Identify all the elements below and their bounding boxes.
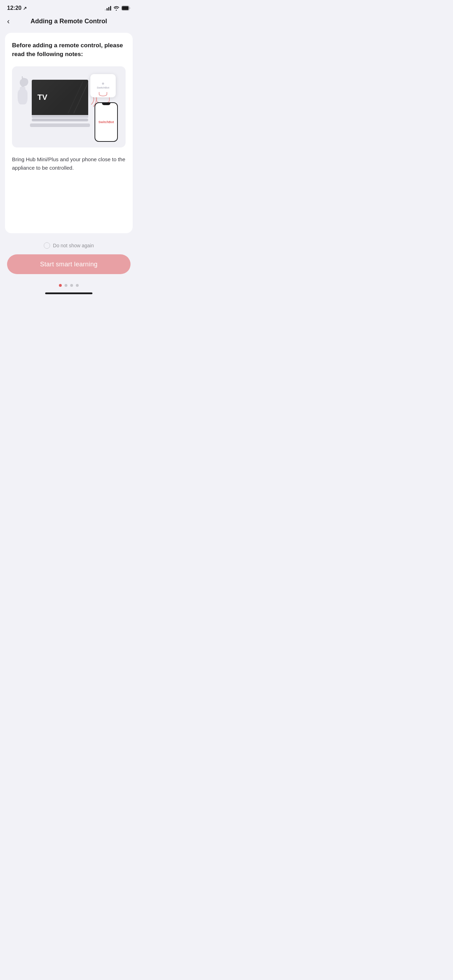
time-label: 12:20 [7,5,22,11]
dot-4[interactable] [76,284,79,287]
signal-bars [105,6,111,11]
card-description: Bring Hub Mini/Plus and your phone close… [12,155,126,172]
do-not-show-label: Do not show again [53,243,94,248]
home-bar [45,293,92,294]
status-time: 12:20 ↗ [7,5,27,11]
illustration: TV SwitchBot [12,66,126,148]
dot-3[interactable] [70,284,73,287]
hub-mini-illustration: SwitchBot [90,74,116,97]
nav-bar: ‹ Adding a Remote Control [0,14,138,29]
bottom-area: Do not show again Start smart learning [0,237,138,281]
tv-label: TV [37,93,47,102]
page-title: Adding a Remote Control [31,18,107,25]
vase-decoration [17,76,28,104]
hub-dot [102,83,104,85]
signal-bar-1 [105,9,106,11]
phone-brand-label: SwitchBot [99,120,114,124]
signal-bar-2 [106,8,108,11]
dot-2[interactable] [65,284,67,287]
start-smart-learning-button[interactable]: Start smart learning [7,255,130,274]
card-header: Before adding a remote control, please r… [12,41,126,59]
do-not-show-radio[interactable] [44,242,50,249]
battery-icon [121,6,130,11]
signal-bar-3 [108,7,110,11]
do-not-show-row[interactable]: Do not show again [44,242,94,249]
tv-illustration: TV [32,80,90,127]
dot-1[interactable] [59,284,62,287]
phone-illustration: SwitchBot [95,102,118,142]
svg-rect-1 [122,6,129,10]
navigation-icon: ↗ [23,6,27,11]
signal-bar-4 [110,6,111,11]
back-button[interactable]: ‹ [7,17,10,26]
dots-indicator [0,281,138,293]
status-bar: 12:20 ↗ [0,0,138,14]
wifi-icon [113,6,119,11]
phone-notch [102,103,110,105]
hub-brand-label: SwitchBot [97,86,110,89]
home-indicator [0,293,138,298]
status-icons [105,6,130,11]
main-card: Before adding a remote control, please r… [5,33,133,233]
